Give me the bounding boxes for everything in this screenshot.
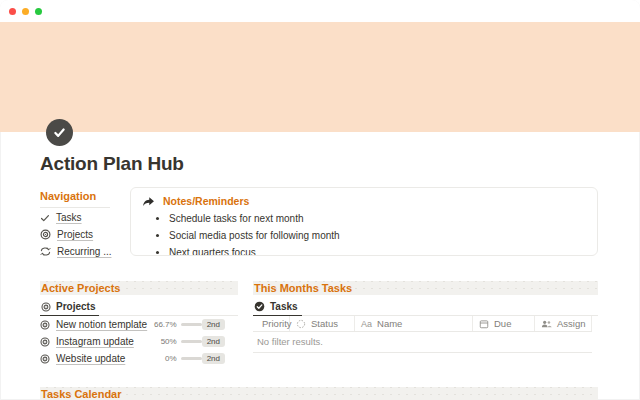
- window-titlebar: [0, 0, 640, 22]
- target-icon: [40, 354, 50, 364]
- nav-item-label: Recurring ...: [57, 246, 111, 257]
- project-row[interactable]: New notion template 66.7% 2nd: [40, 316, 238, 333]
- project-name[interactable]: New notion template: [56, 319, 147, 330]
- column-header-name[interactable]: Aa Name: [355, 316, 473, 331]
- navigation-heading: Navigation: [40, 187, 120, 207]
- close-button[interactable]: [9, 8, 16, 15]
- recurring-icon: [40, 246, 51, 257]
- check-icon: [52, 125, 67, 140]
- tab-projects[interactable]: Projects: [40, 299, 99, 316]
- project-row[interactable]: Instagram update 50% 2nd: [40, 333, 238, 350]
- notion-window: Action Plan Hub Navigation Tasks: [0, 0, 640, 400]
- project-percent: 0%: [149, 354, 177, 363]
- text-icon: Aa: [361, 319, 372, 329]
- page-icon-check-circle[interactable]: [46, 119, 73, 146]
- empty-results-text: No filter results.: [253, 332, 592, 352]
- target-icon: [40, 337, 50, 347]
- active-projects-heading: Active Projects: [40, 281, 238, 295]
- check-icon: [40, 213, 50, 223]
- nav-item-recurring[interactable]: Recurring ...: [40, 242, 120, 259]
- minimize-button[interactable]: [22, 8, 29, 15]
- progress-bar: [181, 357, 202, 360]
- project-name[interactable]: Instagram update: [56, 336, 134, 347]
- column-header-assign[interactable]: Assign: [535, 316, 592, 331]
- active-projects-section: Active Projects Projects: [40, 281, 238, 367]
- calendar-icon: [479, 319, 489, 329]
- navigation-column: Navigation Tasks Projects: [40, 187, 120, 259]
- project-percent: 66.7%: [149, 320, 177, 329]
- target-icon: [40, 320, 50, 330]
- zoom-button[interactable]: [35, 8, 42, 15]
- callout-bullet: Next quarters focus: [169, 246, 585, 256]
- tab-label: Tasks: [270, 301, 298, 312]
- column-header-priority[interactable]: Priority: [253, 316, 290, 331]
- tab-tasks[interactable]: Tasks: [253, 299, 302, 316]
- nav-item-projects[interactable]: Projects: [40, 225, 120, 242]
- people-icon: [541, 319, 552, 329]
- nav-item-label: Tasks: [56, 212, 82, 223]
- status-icon: [296, 319, 306, 329]
- target-icon: [41, 302, 51, 312]
- column-header-due[interactable]: Due: [473, 316, 535, 331]
- tasks-table: Priority Status Aa Name: [253, 316, 592, 353]
- tasks-calendar-heading: Tasks Calendar: [40, 387, 598, 400]
- progress-bar: [181, 323, 202, 326]
- project-badge: 2nd: [202, 353, 225, 364]
- tab-label: Projects: [56, 301, 95, 312]
- check-circle-icon: [254, 301, 265, 312]
- callout-bullet-list: Schedule tasks for next month Social med…: [169, 212, 585, 256]
- this-months-tasks-heading: This Months Tasks: [253, 281, 598, 295]
- callout-bullet: Schedule tasks for next month: [169, 212, 585, 226]
- nav-item-label: Projects: [57, 229, 93, 240]
- project-badge: 2nd: [202, 319, 225, 330]
- this-months-tasks-section: This Months Tasks Tasks: [253, 281, 598, 367]
- notes-reminders-callout: Notes/Reminders Schedule tasks for next …: [130, 187, 598, 256]
- column-header-status[interactable]: Status: [290, 316, 355, 331]
- callout-bullet: Social media posts for following month: [169, 229, 585, 243]
- page-cover[interactable]: [0, 22, 640, 132]
- forward-arrow-icon: [142, 195, 155, 208]
- project-name[interactable]: Website update: [56, 353, 125, 364]
- project-row[interactable]: Website update 0% 2nd: [40, 350, 238, 367]
- callout-title: Notes/Reminders: [163, 195, 249, 207]
- target-icon: [40, 229, 51, 240]
- project-percent: 50%: [149, 337, 177, 346]
- project-badge: 2nd: [202, 336, 225, 347]
- page-title: Action Plan Hub: [40, 153, 598, 175]
- nav-item-tasks[interactable]: Tasks: [40, 208, 120, 225]
- progress-bar: [181, 340, 202, 343]
